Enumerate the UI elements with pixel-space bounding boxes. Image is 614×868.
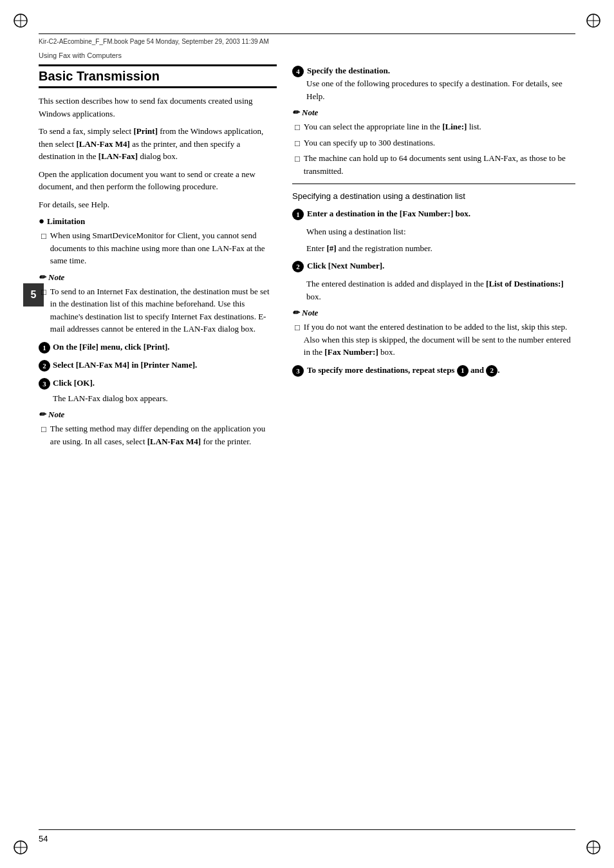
intro3: Open the application document you want t… bbox=[39, 168, 277, 193]
step-4-text: Use one of the following procedures to s… bbox=[292, 77, 575, 102]
intro-text: This section describes how to send fax d… bbox=[39, 95, 277, 211]
header-bar: Kir-C2-AEcombine_F_FM.book Page 54 Monda… bbox=[39, 33, 575, 46]
page: Kir-C2-AEcombine_F_FM.book Page 54 Monda… bbox=[0, 0, 614, 868]
bullet-icon: □ bbox=[41, 230, 46, 267]
right-note-1: □ You can select the appropriate line in… bbox=[292, 120, 575, 134]
step3-note-content: The setting method may differ depending … bbox=[50, 422, 277, 448]
step-2-content: Select [LAN-Fax M4] in [Printer Name]. bbox=[53, 359, 277, 372]
right-step-1-sub2: Enter [#] and the registration number. bbox=[292, 242, 575, 255]
step3-note-box: ✏ Note □ The setting method may differ d… bbox=[39, 410, 277, 448]
bullet-icon-2: □ bbox=[41, 286, 46, 335]
footer: 54 bbox=[39, 829, 575, 844]
right-bullet-3: □ bbox=[295, 153, 300, 177]
ref-1: 1 bbox=[457, 365, 469, 377]
step-3-num: 3 bbox=[39, 378, 50, 390]
step-1: 1 On the [File] menu, click [Print]. bbox=[39, 341, 277, 354]
step-4: 4 Specify the destination. Use one of th… bbox=[292, 64, 575, 102]
step3-note-text: □ The setting method may differ dependin… bbox=[39, 422, 277, 448]
section-label: Using Fax with Computers bbox=[39, 52, 122, 59]
right-step-3-content: To specify more destinations, repeat ste… bbox=[307, 364, 575, 377]
right-note-title-2: ✏ Note bbox=[292, 308, 575, 318]
right-column: 4 Specify the destination. Use one of th… bbox=[292, 64, 575, 816]
ref-2: 2 bbox=[486, 365, 498, 377]
step-4-content: Specify the destination. bbox=[307, 64, 575, 77]
note-icon-r2: ✏ bbox=[292, 308, 299, 318]
step-4-num: 4 bbox=[292, 66, 304, 77]
right-step-1-sub1: When using a destination list: bbox=[292, 225, 575, 238]
right-note-2: □ You can specify up to 300 destinations… bbox=[292, 137, 575, 150]
right-step-2-sub: The entered destination is added and dis… bbox=[292, 278, 575, 303]
right-note-1-text: You can select the appropriate line in t… bbox=[304, 120, 481, 134]
right-note-box: ✏ Note □ You can select the appropriate … bbox=[292, 108, 575, 177]
step-1-label: On the [File] menu, click [Print]. bbox=[53, 342, 170, 352]
limitation-label: Limitation bbox=[47, 216, 85, 227]
right-rnote-bullet: □ bbox=[295, 321, 300, 359]
right-step-3-label: To specify more destinations, repeat ste… bbox=[307, 365, 499, 375]
step-1-num: 1 bbox=[39, 342, 50, 354]
intro2: To send a fax, simply select [Print] fro… bbox=[39, 125, 277, 163]
limitation-text: □ When using SmartDeviceMonitor for Clie… bbox=[39, 229, 277, 267]
right-step-2-content: Click [Next Number]. bbox=[307, 259, 575, 272]
step-3-sub: The LAN-Fax dialog box appears. bbox=[39, 392, 277, 405]
divider bbox=[292, 184, 575, 184]
limitation-title: ● Limitation bbox=[39, 216, 277, 227]
step-1-content: On the [File] menu, click [Print]. bbox=[53, 341, 277, 354]
right-step-2-num: 2 bbox=[292, 261, 304, 272]
note-title: ✏ Note bbox=[39, 272, 277, 283]
page-number: 54 bbox=[39, 834, 48, 844]
corner-mark-bl bbox=[12, 838, 30, 856]
corner-mark-tr bbox=[584, 12, 602, 30]
step-4-label: Specify the destination. bbox=[307, 66, 390, 75]
right-step-1: 1 Enter a destination in the [Fax Number… bbox=[292, 207, 575, 220]
right-step-2: 2 Click [Next Number]. bbox=[292, 259, 575, 272]
right-step-3: 3 To specify more destinations, repeat s… bbox=[292, 364, 575, 377]
subsection-heading: Specifying a destination using a destina… bbox=[292, 191, 575, 202]
limitation-box: ● Limitation □ When using SmartDeviceMon… bbox=[39, 216, 277, 267]
section-title: Basic Transmission bbox=[39, 64, 277, 88]
step-2-num: 2 bbox=[39, 360, 50, 372]
right-step-3-num: 3 bbox=[292, 365, 304, 377]
note-icon-r: ✏ bbox=[292, 108, 299, 118]
corner-mark-br bbox=[584, 838, 602, 856]
note-icon-3: ✏ bbox=[39, 410, 46, 420]
right-note-box-2: ✏ Note □ If you do not want the entered … bbox=[292, 308, 575, 359]
step-4-header: 4 Specify the destination. bbox=[292, 64, 575, 77]
note-text: □ To send to an Internet Fax destination… bbox=[39, 285, 277, 335]
note-box: ✏ Note □ To send to an Internet Fax dest… bbox=[39, 272, 277, 335]
right-rnote-content: If you do not want the entered destinati… bbox=[304, 321, 575, 359]
step-3-content: Click [OK]. bbox=[53, 377, 277, 390]
right-bullet-2: □ bbox=[295, 137, 300, 150]
bullet-icon-3: □ bbox=[41, 423, 46, 448]
corner-mark-tl bbox=[12, 12, 30, 30]
right-note-title: ✏ Note bbox=[292, 108, 575, 118]
file-info: Kir-C2-AEcombine_F_FM.book Page 54 Monda… bbox=[39, 38, 269, 45]
step-2: 2 Select [LAN-Fax M4] in [Printer Name]. bbox=[39, 359, 277, 372]
step3-note-title: ✏ Note bbox=[39, 410, 277, 420]
intro1: This section describes how to send fax d… bbox=[39, 95, 277, 120]
step-3-label: Click [OK]. bbox=[53, 378, 95, 388]
right-step-1-num: 1 bbox=[292, 209, 304, 220]
right-bullet-1: □ bbox=[295, 121, 300, 134]
step-3: 3 Click [OK]. bbox=[39, 377, 277, 390]
intro4: For details, see Help. bbox=[39, 198, 277, 211]
left-column: Basic Transmission This section describe… bbox=[39, 64, 277, 816]
limitation-icon: ● bbox=[39, 216, 44, 227]
note-icon: ✏ bbox=[39, 272, 46, 283]
note-text-content: To send to an Internet Fax destination, … bbox=[50, 285, 277, 335]
step-2-label: Select [LAN-Fax M4] in [Printer Name]. bbox=[53, 360, 197, 370]
content-area: Basic Transmission This section describe… bbox=[39, 64, 575, 816]
right-rnote-text: □ If you do not want the entered destina… bbox=[292, 321, 575, 359]
right-step-1-content: Enter a destination in the [Fax Number:]… bbox=[307, 207, 575, 220]
right-note-3: □ The machine can hold up to 64 document… bbox=[292, 152, 575, 177]
